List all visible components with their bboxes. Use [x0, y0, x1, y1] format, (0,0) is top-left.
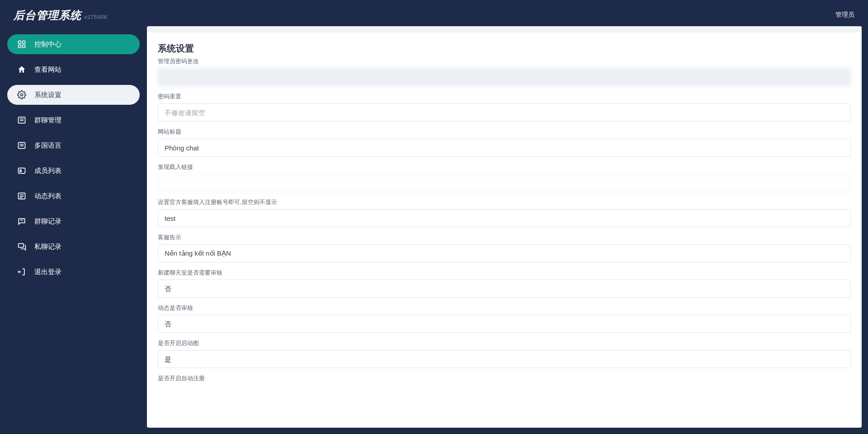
current-user-role[interactable]: 管理员 — [835, 8, 854, 19]
home-icon — [17, 65, 26, 74]
list-lines-icon — [17, 191, 26, 201]
panel-top-strip — [147, 26, 862, 33]
field-label: 发现载入链接 — [158, 163, 851, 171]
sidebar-item-group-log[interactable]: 群聊记录 — [7, 211, 140, 231]
logout-icon — [17, 267, 26, 276]
field-label: 是否开启启动图 — [158, 339, 851, 347]
sidebar-item-label: 群聊记录 — [34, 217, 61, 226]
sidebar-item-view-site[interactable]: 查看网站 — [7, 60, 140, 79]
sidebar-item-label: 系统设置 — [34, 91, 61, 99]
sidebar-item-label: 退出登录 — [34, 268, 61, 276]
brand: 后台管理系统 v175406 — [14, 8, 107, 23]
svg-rect-2 — [19, 45, 21, 48]
list-icon — [17, 141, 26, 150]
field-password-reset: 密码重置 — [158, 93, 851, 121]
sidebar-item-group-chat[interactable]: 群聊管理 — [7, 110, 140, 130]
field-discover-link: 发现载入链接 — [158, 163, 851, 192]
chat-bubbles-icon — [17, 242, 26, 251]
field-label: 管理员密码更改 — [158, 57, 851, 65]
sidebar-item-label: 动态列表 — [34, 192, 61, 201]
sidebar: 控制中心 查看网站 系统设置 群聊管理 多国语言 — [0, 26, 147, 434]
site-title-input[interactable] — [158, 139, 851, 157]
main: 系统设置 管理员密码更改 密码重置 网站标题 发现载入链接 — [147, 26, 868, 434]
field-new-room-review: 新建聊天室是否需要审核 否 — [158, 269, 851, 298]
settings-panel: 系统设置 管理员密码更改 密码重置 网站标题 发现载入链接 — [147, 26, 862, 428]
admin-password-input[interactable] — [158, 68, 851, 86]
sidebar-item-members[interactable]: 成员列表 — [7, 161, 140, 181]
field-feed-review: 动态是否审核 否 — [158, 304, 851, 333]
sidebar-item-label: 私聊记录 — [34, 243, 61, 251]
discover-link-input[interactable] — [158, 174, 851, 192]
svg-point-12 — [20, 170, 21, 171]
field-enable-splash: 是否开启启动图 是 — [158, 339, 851, 368]
enable-splash-select[interactable]: 是 — [158, 350, 851, 368]
field-admin-password-change: 管理员密码更改 — [158, 57, 851, 86]
panel-body: 系统设置 管理员密码更改 密码重置 网站标题 发现载入链接 — [147, 33, 862, 428]
page-title: 系统设置 — [158, 42, 851, 55]
dashboard-icon — [17, 40, 26, 49]
svg-rect-0 — [19, 41, 21, 44]
sidebar-item-feeds[interactable]: 动态列表 — [7, 186, 140, 206]
field-label: 设置官方客服填入注册账号即可,留空则不显示 — [158, 198, 851, 206]
sidebar-item-label: 成员列表 — [34, 167, 61, 175]
sidebar-item-system-settings[interactable]: 系统设置 — [7, 85, 140, 105]
field-label: 密码重置 — [158, 93, 851, 101]
official-cs-input[interactable] — [158, 209, 851, 227]
svg-rect-11 — [19, 168, 25, 173]
password-reset-input[interactable] — [158, 103, 851, 121]
field-label: 网站标题 — [158, 128, 851, 136]
field-site-title: 网站标题 — [158, 128, 851, 157]
gear-icon — [17, 90, 26, 99]
cs-notice-input[interactable] — [158, 244, 851, 262]
chat-icon — [17, 217, 26, 226]
sidebar-item-label: 查看网站 — [34, 65, 61, 74]
app-version: v175406 — [84, 14, 107, 20]
new-room-review-select[interactable]: 否 — [158, 280, 851, 298]
svg-rect-3 — [23, 45, 25, 48]
svg-point-4 — [21, 94, 23, 96]
topbar: 后台管理系统 v175406 管理员 — [0, 0, 868, 26]
svg-rect-1 — [23, 41, 25, 44]
sidebar-item-i18n[interactable]: 多国语言 — [7, 135, 140, 155]
field-cs-notice: 客服告示 — [158, 233, 851, 262]
field-label: 新建聊天室是否需要审核 — [158, 269, 851, 277]
sidebar-item-control-center[interactable]: 控制中心 — [7, 34, 140, 54]
field-label: 是否开启自动注册 — [158, 374, 851, 383]
svg-rect-18 — [19, 243, 24, 247]
field-label: 动态是否审核 — [158, 304, 851, 312]
field-official-cs: 设置官方客服填入注册账号即可,留空则不显示 — [158, 198, 851, 227]
field-enable-auto-register: 是否开启自动注册 — [158, 374, 851, 383]
list-icon — [17, 116, 26, 125]
sidebar-item-label: 群聊管理 — [34, 116, 61, 125]
shell: 控制中心 查看网站 系统设置 群聊管理 多国语言 — [0, 26, 868, 434]
sidebar-item-label: 控制中心 — [34, 40, 61, 49]
sidebar-item-dm-log[interactable]: 私聊记录 — [7, 237, 140, 257]
id-card-icon — [17, 166, 26, 175]
sidebar-item-logout[interactable]: 退出登录 — [7, 262, 140, 282]
feed-review-select[interactable]: 否 — [158, 315, 851, 333]
field-label: 客服告示 — [158, 233, 851, 242]
sidebar-item-label: 多国语言 — [34, 141, 61, 150]
app-title: 后台管理系统 — [14, 8, 81, 23]
